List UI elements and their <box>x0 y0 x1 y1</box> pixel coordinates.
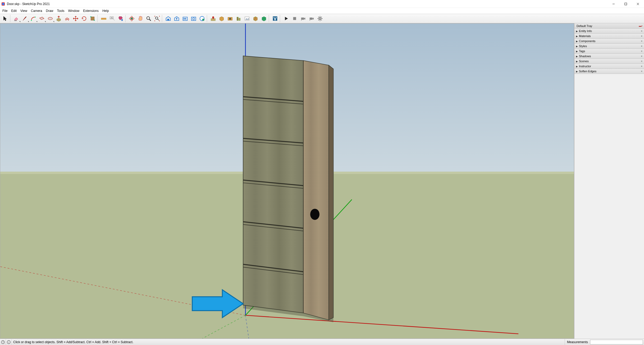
close-icon[interactable]: × <box>641 40 642 43</box>
circle-tool[interactable] <box>46 15 54 23</box>
addloc-tool[interactable] <box>209 15 217 23</box>
close-icon[interactable]: × <box>641 55 642 58</box>
stop-tool[interactable] <box>290 15 299 23</box>
layout-tool[interactable] <box>198 15 206 23</box>
close-button[interactable] <box>632 0 644 8</box>
svg-text:+: + <box>301 19 302 21</box>
tray-panel-soften-edges[interactable]: ▶Soften Edges× <box>574 69 644 74</box>
tray-pin-icon[interactable]: ▬▪ <box>639 24 642 27</box>
tray-header[interactable]: Default Tray ▬▪ <box>574 23 644 29</box>
info-icon[interactable]: i <box>6 339 12 345</box>
tray-panel-instructor[interactable]: ▶Instructor× <box>574 64 644 69</box>
rectangle-tool[interactable] <box>38 15 46 23</box>
preview-tool[interactable] <box>243 15 251 23</box>
close-icon[interactable]: × <box>641 50 642 53</box>
tray-title: Default Tray <box>577 24 592 28</box>
zoom-extents-tool[interactable] <box>153 15 161 23</box>
close-icon[interactable]: × <box>641 35 642 38</box>
photo-tool[interactable] <box>226 15 234 23</box>
svg-point-24 <box>147 17 150 20</box>
svg-rect-11 <box>90 16 92 17</box>
viewport-3d[interactable] <box>0 23 574 339</box>
line-tool[interactable] <box>21 15 29 23</box>
tape-tool[interactable] <box>99 15 108 23</box>
warehouse-tool[interactable] <box>164 15 172 23</box>
select-tool[interactable] <box>1 15 10 23</box>
solid-tool[interactable] <box>260 15 268 23</box>
menu-camera[interactable]: Camera <box>29 8 44 13</box>
menu-file[interactable]: File <box>1 8 9 13</box>
menu-help[interactable]: Help <box>101 8 111 13</box>
svg-point-80 <box>310 209 319 220</box>
ext-manager-tool[interactable] <box>189 15 198 23</box>
svg-line-53 <box>318 17 319 17</box>
help-icon[interactable]: ? <box>0 339 6 345</box>
orbit-tool[interactable] <box>127 15 136 23</box>
zoom-tool[interactable] <box>144 15 153 23</box>
close-icon[interactable]: × <box>641 45 642 48</box>
play-tool[interactable] <box>282 15 290 23</box>
text-tool[interactable]: A1 <box>108 15 116 23</box>
close-icon[interactable]: × <box>641 65 642 68</box>
eraser-tool[interactable] <box>12 15 21 23</box>
cam1-tool[interactable]: + <box>299 15 307 23</box>
svg-line-55 <box>318 20 319 20</box>
svg-rect-31 <box>185 18 186 20</box>
tray-panel-tags[interactable]: ▶Tags× <box>574 49 644 54</box>
rotate-tool[interactable] <box>80 15 88 23</box>
menu-edit[interactable]: Edit <box>9 8 19 13</box>
ext-warehouse-tool[interactable] <box>181 15 189 23</box>
tray-panel-components[interactable]: ▶Components× <box>574 39 644 44</box>
tray-panel-styles[interactable]: ▶Styles× <box>574 44 644 49</box>
svg-point-35 <box>202 19 204 21</box>
tray-panel-scenes[interactable]: ▶Scenes× <box>574 59 644 64</box>
offset-tool[interactable] <box>63 15 71 23</box>
svg-rect-12 <box>94 20 95 21</box>
window-controls <box>608 0 644 8</box>
pan-tool[interactable] <box>136 15 144 23</box>
scale-tool[interactable] <box>88 15 97 23</box>
tray-panel-materials[interactable]: ▶Materials× <box>574 34 644 39</box>
svg-rect-39 <box>237 17 239 21</box>
arc-tool[interactable] <box>29 15 38 23</box>
menu-draw[interactable]: Draw <box>44 8 55 13</box>
warehouse-share-tool[interactable] <box>172 15 181 23</box>
settings-tool[interactable] <box>316 15 324 23</box>
svg-rect-43 <box>293 17 296 20</box>
menu-window[interactable]: Window <box>66 8 81 13</box>
svg-point-48 <box>319 17 321 19</box>
texture-tool[interactable] <box>217 15 226 23</box>
export-tool[interactable] <box>251 15 260 23</box>
svg-rect-1 <box>2 3 4 5</box>
tray-panel-shadows[interactable]: ▶Shadows× <box>574 54 644 59</box>
pushpull-tool[interactable] <box>54 15 63 23</box>
measurements-input[interactable] <box>590 340 643 344</box>
close-icon[interactable]: × <box>641 70 642 73</box>
building-tool[interactable] <box>234 15 243 23</box>
svg-text:×: × <box>309 19 310 21</box>
svg-point-7 <box>31 20 32 21</box>
menu-bar: File Edit View Camera Draw Tools Window … <box>0 8 644 14</box>
title-bar: Door.skp - SketchUp Pro 2021 <box>0 0 644 8</box>
svg-marker-66 <box>303 61 329 320</box>
maximize-button[interactable] <box>620 0 632 8</box>
svg-rect-30 <box>184 18 185 20</box>
svg-line-54 <box>321 20 322 20</box>
move-tool[interactable] <box>71 15 80 23</box>
close-icon[interactable]: × <box>641 60 642 63</box>
svg-rect-40 <box>239 18 240 20</box>
tray-panel-entity-info[interactable]: ▶Entity Info× <box>574 29 644 34</box>
svg-point-26 <box>156 17 158 19</box>
close-icon[interactable]: × <box>641 30 642 33</box>
minimize-button[interactable] <box>608 0 620 8</box>
menu-tools[interactable]: Tools <box>55 8 66 13</box>
svg-point-20 <box>121 19 123 21</box>
svg-point-38 <box>229 18 231 20</box>
cam2-tool[interactable]: × <box>307 15 316 23</box>
vray-tool[interactable] <box>271 15 279 23</box>
paint-tool[interactable] <box>116 15 125 23</box>
svg-rect-13 <box>101 18 106 20</box>
menu-extensions[interactable]: Extensions <box>81 8 101 13</box>
svg-rect-10 <box>91 17 94 20</box>
menu-view[interactable]: View <box>19 8 29 13</box>
